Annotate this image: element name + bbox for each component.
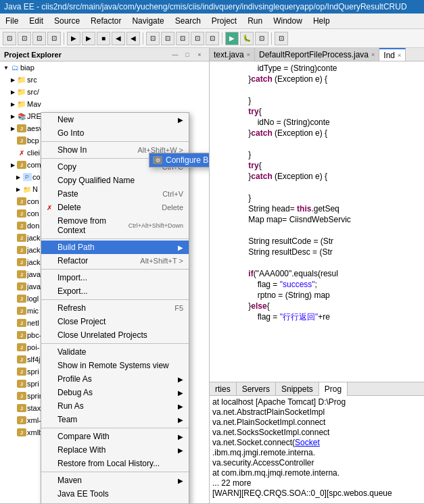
toolbar-run[interactable]: ▶ xyxy=(225,32,239,45)
ctx-delete[interactable]: ✗ Delete Delete xyxy=(41,201,189,214)
ctx-new[interactable]: New ▶ xyxy=(41,113,189,126)
toolbar-btn-3[interactable]: ⊡ xyxy=(32,32,46,45)
tree-label: co xyxy=(32,173,41,181)
tab-label: text.java xyxy=(214,50,244,59)
ctx-configure[interactable]: Configure ▶ xyxy=(41,501,189,503)
toolbar-btn-14[interactable]: ⊡ xyxy=(206,32,219,45)
socket-link[interactable]: Socket xyxy=(295,438,320,447)
tab-prog[interactable]: Prog xyxy=(319,382,348,396)
ctx-debug-as[interactable]: Debug As ▶ xyxy=(41,386,189,399)
toolbar-btn-11[interactable]: ⊡ xyxy=(161,32,174,45)
expand-icon: ▶ xyxy=(15,184,22,194)
menu-source[interactable]: Source xyxy=(49,15,85,27)
tree-label: src/ xyxy=(27,88,39,96)
lib-icon: 📚 xyxy=(16,111,27,121)
toolbar-btn-9[interactable]: ◀ xyxy=(126,32,140,45)
jar-icon: J xyxy=(16,403,27,413)
menu-navigate[interactable]: Navigate xyxy=(126,15,169,27)
toolbar-coverage[interactable]: ⊡ xyxy=(255,32,268,45)
toolbar-btn-13[interactable]: ⊡ xyxy=(191,32,204,45)
tree-label: netl xyxy=(27,319,39,327)
ctx-export[interactable]: Export... xyxy=(41,284,189,298)
ctx-javaee-tools[interactable]: Java EE Tools xyxy=(41,487,189,501)
toolbar-btn-1[interactable]: ⊡ xyxy=(3,32,16,45)
wrench-icon: ⚙ xyxy=(153,156,162,164)
tab-default-report[interactable]: DefaultReportFileProcess.java × xyxy=(255,48,379,61)
toolbar-debug[interactable]: 🐛 xyxy=(240,32,254,45)
menu-help[interactable]: Help xyxy=(308,15,335,27)
ctx-run-as[interactable]: Run As ▶ xyxy=(41,399,189,413)
code-line: if("AAA000".equals(resul xyxy=(212,268,421,279)
toolbar-btn-2[interactable]: ⊡ xyxy=(18,32,31,45)
ctx-remove-context[interactable]: Remove from Context Ctrl+Alt+Shift+Down xyxy=(41,214,189,237)
toolbar-btn-6[interactable]: ▶ xyxy=(82,32,95,45)
ctx-build-path[interactable]: Build Path ▶ xyxy=(41,241,189,254)
ctx-paste[interactable]: Paste Ctrl+V xyxy=(41,187,189,201)
ctx-refresh[interactable]: Refresh F5 xyxy=(41,301,189,315)
submenu-arrow-build: ▶ xyxy=(178,244,183,251)
console-line: va.net.SocksSocketImpl.connect xyxy=(212,428,421,438)
expand-icon xyxy=(9,391,16,401)
ctx-maven[interactable]: Maven ▶ xyxy=(41,474,189,487)
jar-icon: J xyxy=(16,160,27,170)
menu-window[interactable]: Window xyxy=(268,15,308,27)
panel-minimize[interactable]: — xyxy=(170,49,181,60)
tree-label: con xyxy=(27,209,39,218)
menu-edit[interactable]: Edit xyxy=(24,15,49,27)
ctx-go-into[interactable]: Go Into xyxy=(41,126,189,140)
menu-project[interactable]: Project xyxy=(206,15,242,27)
tab-text-java[interactable]: text.java × xyxy=(210,48,255,61)
tree-item-biap[interactable]: ▼ 🗂 biap xyxy=(0,61,209,74)
toolbar-btn-5[interactable]: ▶ xyxy=(67,32,80,45)
console-line: at com.ibm.mq.jmqi.remote.interna. xyxy=(212,468,421,478)
tab-properties[interactable]: rties xyxy=(210,382,237,396)
panel-close[interactable]: × xyxy=(194,49,205,60)
tree-item-may[interactable]: ▶ 📁 Mav xyxy=(0,98,209,110)
tab-ind[interactable]: Ind × xyxy=(379,48,406,61)
ctx-close-project[interactable]: Close Project xyxy=(41,315,189,328)
shortcut-delete: Delete xyxy=(162,203,183,211)
code-line: }catch (Exception e) { xyxy=(212,128,421,138)
tree-label: logl xyxy=(27,295,39,303)
code-editor[interactable]: idType = (String)conte }catch (Exception… xyxy=(210,61,424,382)
menu-file[interactable]: File xyxy=(0,15,24,27)
tab-close[interactable]: × xyxy=(398,52,401,59)
panel-icons: — □ × xyxy=(170,49,205,60)
menu-run[interactable]: Run xyxy=(242,15,268,27)
ctx-restore[interactable]: Restore from Local History... xyxy=(41,457,189,470)
menu-search[interactable]: Search xyxy=(170,15,206,27)
toolbar-btn-8[interactable]: ◀ xyxy=(112,32,125,45)
panel-maximize[interactable]: □ xyxy=(182,49,193,60)
code-line: try{ xyxy=(212,160,421,171)
jar-icon: J xyxy=(16,330,27,340)
ctx-import[interactable]: Import... xyxy=(41,271,189,284)
toolbar-btn-10[interactable]: ⊡ xyxy=(146,32,160,45)
ctx-sep-1 xyxy=(41,141,189,142)
ctx-profile-as[interactable]: Profile As ▶ xyxy=(41,372,189,386)
ctx-close-unrelated[interactable]: Close Unrelated Projects xyxy=(41,328,189,342)
toolbar-perspective[interactable]: ⊡ xyxy=(275,32,288,45)
expand-icon xyxy=(9,343,16,352)
ctx-compare-with[interactable]: Compare With ▶ xyxy=(41,430,189,443)
tab-servers[interactable]: Servers xyxy=(237,382,276,396)
menu-refactor[interactable]: Refactor xyxy=(85,15,126,27)
jar-icon: J xyxy=(16,355,27,364)
expand-icon xyxy=(9,282,16,291)
tab-close[interactable]: × xyxy=(247,51,250,58)
tab-snippets[interactable]: Snippets xyxy=(276,382,319,396)
delete-icon: ✗ xyxy=(44,203,55,212)
ctx-validate[interactable]: Validate xyxy=(41,345,189,359)
ctx-show-remote[interactable]: Show in Remote Systems view xyxy=(41,359,189,372)
ctx-replace-with[interactable]: Replace With ▶ xyxy=(41,443,189,457)
toolbar-btn-7[interactable]: ■ xyxy=(97,32,110,45)
tree-item-src1[interactable]: ▶ 📁 src xyxy=(0,74,209,86)
tree-item-src2[interactable]: ▶ 📁 src/ xyxy=(0,86,209,98)
toolbar-btn-4[interactable]: ⊡ xyxy=(47,32,61,45)
ctx-team[interactable]: Team ▶ xyxy=(41,413,189,426)
toolbar-btn-12[interactable]: ⊡ xyxy=(176,32,189,45)
tab-close[interactable]: × xyxy=(371,51,375,58)
console-line: va.security.AccessController xyxy=(212,458,421,468)
ctx-copy-qualified[interactable]: Copy Qualified Name xyxy=(41,174,189,187)
ctx-refactor[interactable]: Refactor Alt+Shift+T > xyxy=(41,254,189,268)
ctx-configure-build-path[interactable]: ⚙ Configure Build Path... tring xyxy=(149,153,210,167)
